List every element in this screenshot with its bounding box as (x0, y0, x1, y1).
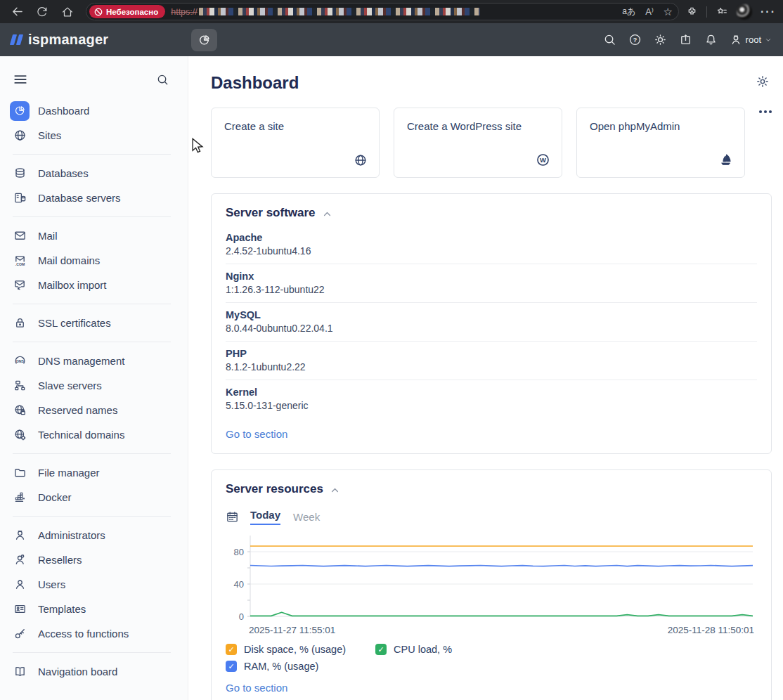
sidebar-item-dns-management[interactable]: DNS DNS management (0, 349, 188, 373)
resources-go-to-section-link[interactable]: Go to section (226, 682, 287, 694)
checkbox-checked-icon[interactable]: ✓ (226, 661, 237, 672)
favorites-bar-icon[interactable] (716, 6, 728, 18)
line-chart: 04080 (226, 535, 756, 621)
legend-ram[interactable]: ✓ RAM, % (usage) (226, 661, 318, 672)
software-go-to-section-link[interactable]: Go to section (226, 428, 287, 440)
sidebar-item-users[interactable]: Users (0, 572, 188, 597)
sidebar-item-label: Docker (38, 491, 72, 503)
address-bar[interactable]: Небезопасно https:// aあ A) ☆ (86, 3, 679, 20)
settings-gear-icon[interactable] (756, 74, 770, 89)
legend-label: Disk space, % (usage) (244, 644, 346, 655)
legend-disk-space[interactable]: ✓ Disk space, % (usage) (226, 644, 346, 655)
create-wordpress-site-card[interactable]: Create a WordPress site W (394, 108, 562, 178)
server-software-panel: Server software Apache 2.4.52-1ubuntu4.1… (211, 193, 772, 454)
reload-icon[interactable] (32, 2, 52, 22)
sidebar-item-dashboard[interactable]: Dashboard (0, 98, 188, 123)
sidebar-item-navigation-board[interactable]: Navigation board (0, 659, 188, 684)
database-icon (10, 164, 30, 183)
page-title: Dashboard (211, 73, 772, 93)
sidebar-item-sites[interactable]: Sites (0, 123, 188, 148)
sidebar-item-ssl-certificates[interactable]: SSL certificates (0, 311, 188, 335)
sidebar-item-slave-servers[interactable]: Slave servers (0, 373, 188, 398)
browser-profile-avatar[interactable] (737, 4, 752, 20)
not-secure-badge[interactable]: Небезопасно (89, 5, 165, 18)
sidebar-item-templates[interactable]: Templates (0, 597, 188, 621)
tab-week[interactable]: Week (293, 511, 320, 523)
software-row: MySQL 8.0.44-0ubuntu0.22.04.1 (226, 303, 757, 342)
translate-icon[interactable]: aあ (622, 6, 635, 18)
software-row: Apache 2.4.52-1ubuntu4.16 (226, 226, 757, 264)
sidebar-item-file-manager[interactable]: File manager (0, 460, 188, 485)
dashboard-tab-chip[interactable] (191, 29, 217, 51)
server-resources-panel: Server resources Today Week 04080 2025-1… (211, 469, 772, 700)
sidebar-item-label: Administrators (38, 529, 105, 541)
legend-label: CPU load, % (394, 644, 452, 655)
collapse-chevron-icon[interactable] (323, 209, 332, 219)
extensions-icon[interactable] (686, 6, 698, 18)
sidebar-item-label: Resellers (38, 554, 82, 566)
checkbox-checked-icon[interactable]: ✓ (375, 644, 387, 655)
user-person-icon (10, 575, 30, 595)
resources-chart: 04080 2025-11-27 11:55:01 2025-11-28 11:… (226, 535, 757, 635)
sidebar-divider (13, 342, 171, 342)
x-axis-start-label: 2025-11-27 11:55:01 (249, 625, 335, 635)
browser-menu-icon[interactable]: ··· (761, 6, 776, 18)
checkbox-checked-icon[interactable]: ✓ (226, 644, 237, 655)
admin-person-icon (10, 526, 30, 545)
back-icon[interactable] (7, 2, 27, 22)
server-resources-header[interactable]: Server resources (226, 482, 757, 496)
sidebar-item-docker[interactable]: Docker (0, 485, 188, 510)
sidebar-item-database-servers[interactable]: Database servers (0, 186, 188, 210)
sidebar-item-label: Templates (38, 603, 86, 615)
not-secure-label: Небезопасно (106, 8, 158, 16)
theme-icon[interactable] (654, 33, 667, 46)
read-aloud-icon[interactable]: A) (645, 6, 653, 17)
sidebar-search-icon[interactable] (156, 73, 169, 86)
sidebar-divider (13, 304, 171, 304)
database-server-icon (10, 188, 30, 208)
create-site-card[interactable]: Create a site (211, 108, 380, 178)
favorite-star-icon[interactable]: ☆ (664, 6, 673, 18)
key-icon (10, 624, 30, 644)
software-name: MySQL (226, 309, 757, 320)
server-software-header[interactable]: Server software (226, 206, 757, 220)
sidebar-item-label: DNS management (38, 355, 124, 367)
help-icon[interactable]: ? (628, 33, 642, 46)
software-name: PHP (226, 348, 757, 359)
sidebar-item-databases[interactable]: Databases (0, 161, 188, 186)
open-window-icon[interactable] (679, 33, 692, 46)
sidebar-item-mail[interactable]: Mail (0, 223, 188, 248)
reseller-person-icon (10, 550, 30, 570)
sidebar-item-reserved-names[interactable]: Reserved names (0, 398, 188, 422)
sidebar-item-administrators[interactable]: Administrators (0, 523, 188, 547)
sidebar: Dashboard Sites Databases Database serve… (0, 56, 188, 700)
cards-more-options[interactable] (759, 110, 772, 113)
legend-cpu-load[interactable]: ✓ CPU load, % (375, 644, 452, 655)
panel-title: Server software (226, 206, 316, 220)
globe-gear-icon (10, 425, 30, 445)
sidebar-toggle-icon[interactable] (13, 72, 28, 87)
sidebar-item-resellers[interactable]: Resellers (0, 547, 188, 572)
calendar-icon[interactable] (226, 510, 239, 524)
folder-icon (10, 463, 30, 483)
mail-icon (10, 226, 30, 246)
home-icon[interactable] (58, 2, 77, 22)
header-search-icon[interactable] (603, 33, 616, 46)
svg-text:?: ? (633, 37, 637, 44)
sidebar-item-label: Databases (38, 167, 89, 179)
open-phpmyadmin-card[interactable]: Open phpMyAdmin (576, 108, 745, 178)
sidebar-item-mailbox-import[interactable]: Mailbox import (0, 273, 188, 297)
collapse-chevron-icon[interactable] (330, 486, 339, 495)
sidebar-item-technical-domains[interactable]: Technical domains (0, 422, 188, 447)
notifications-bell-icon[interactable] (704, 33, 718, 46)
mailbox-import-icon (10, 276, 30, 295)
mail-domain-icon: .COM (10, 251, 30, 271)
tab-today[interactable]: Today (250, 509, 280, 525)
user-menu[interactable]: root (730, 34, 772, 46)
chart-legend: ✓ Disk space, % (usage) ✓ CPU load, % ✓ … (226, 644, 757, 672)
sidebar-item-label: Database servers (38, 192, 121, 204)
sidebar-item-access-to-functions[interactable]: Access to functions (0, 621, 188, 646)
software-row: Kernel 5.15.0-131-generic (226, 380, 757, 418)
ispmanager-logo[interactable]: ispmanager (11, 32, 108, 48)
sidebar-item-mail-domains[interactable]: .COM Mail domains (0, 248, 188, 273)
